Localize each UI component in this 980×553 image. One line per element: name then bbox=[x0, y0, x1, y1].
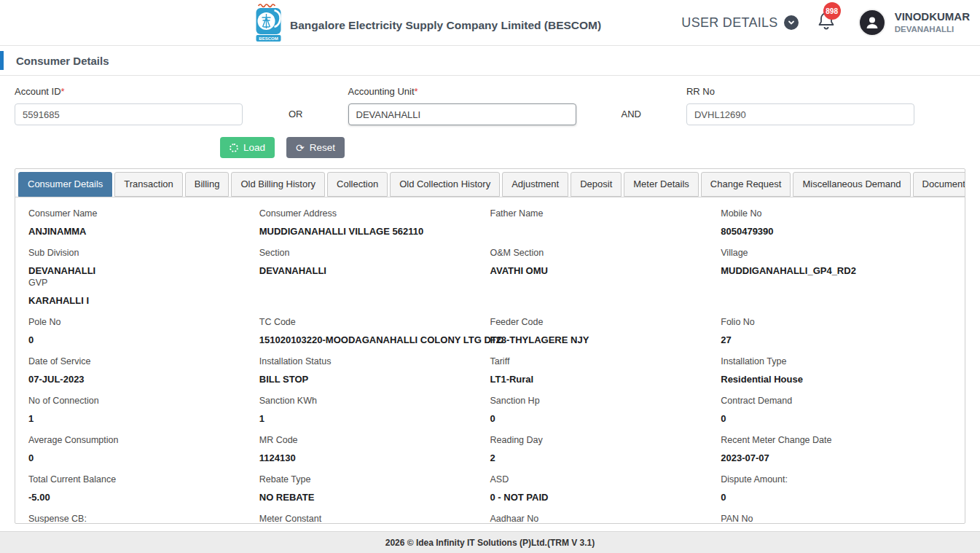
tab-meter-details[interactable]: Meter Details bbox=[624, 172, 699, 197]
tab-adjustment[interactable]: Adjustment bbox=[502, 172, 568, 197]
rr-no-label: RR No bbox=[686, 86, 914, 97]
user-location: DEVANAHALLI bbox=[895, 24, 970, 34]
field-label: Aadhaar No bbox=[490, 514, 714, 524]
notification-bell[interactable]: 898 bbox=[818, 11, 835, 34]
field-installation-type: Installation TypeResidential House bbox=[721, 347, 952, 386]
required-marker: * bbox=[415, 86, 418, 97]
tab-miscellaneous-demand[interactable]: Miscellaneous Demand bbox=[793, 172, 910, 197]
field-consumer-name: Consumer NameANJINAMMA bbox=[28, 199, 259, 238]
field-sanction-kwh: Sanction KWh1 bbox=[259, 386, 490, 425]
details-row: Average Consumption0MR Code1124130Readin… bbox=[28, 425, 952, 465]
field-label: Consumer Name bbox=[28, 208, 252, 219]
tab-deposit[interactable]: Deposit bbox=[571, 172, 622, 197]
tab-collection[interactable]: Collection bbox=[327, 172, 388, 197]
field-label: Average Consumption bbox=[28, 435, 252, 445]
field-no-of-connection: No of Connection1 bbox=[28, 386, 259, 425]
load-button[interactable]: Load bbox=[220, 137, 275, 158]
field-date-of-service: Date of Service07-JUL-2023 bbox=[28, 347, 259, 386]
field-value: AVATHI OMU bbox=[490, 265, 714, 276]
field-value: MUDDIGANAHALLI VILLAGE 562110 bbox=[259, 226, 483, 237]
tab-documents[interactable]: Documents bbox=[913, 172, 965, 197]
field-value: NO REBATE bbox=[259, 492, 483, 503]
details-grid: Consumer NameANJINAMMAConsumer AddressMU… bbox=[15, 197, 965, 524]
field-label: No of Connection bbox=[28, 396, 252, 406]
field-label: Total Current Balance bbox=[28, 474, 252, 485]
field-label: TC Code bbox=[259, 317, 483, 327]
details-row: Pole No0TC Code151020103220-MOODAGANAHAL… bbox=[28, 307, 952, 347]
logo-bescom-text: BESCOM bbox=[259, 36, 278, 41]
field-value: 1 bbox=[259, 413, 483, 424]
top-header: BESCOM Bangalore Electricity Supply Comp… bbox=[0, 0, 980, 45]
reset-button[interactable]: ⟳ Reset bbox=[286, 137, 345, 158]
accounting-unit-label: Accounting Unit* bbox=[348, 86, 576, 97]
field-value: 0 - NOT PAID bbox=[490, 492, 714, 503]
field-consumer-address: Consumer AddressMUDDIGANAHALLI VILLAGE 5… bbox=[259, 199, 490, 238]
field-asd: ASD0 - NOT PAID bbox=[490, 465, 721, 504]
field-label: Village bbox=[721, 248, 944, 258]
field-value: Residential House bbox=[721, 374, 944, 385]
user-name: VINODKUMAR bbox=[895, 10, 970, 24]
field-mobile-no: Mobile No8050479390 bbox=[721, 199, 952, 238]
field-value: 0 bbox=[28, 452, 252, 463]
field-label: Suspense CB: bbox=[28, 514, 252, 524]
field-rebate-type: Rebate TypeNO REBATE bbox=[259, 465, 490, 504]
field-value: ANJINAMMA bbox=[28, 226, 252, 237]
field-label: Rebate Type bbox=[259, 474, 483, 485]
field-label: Reading Day bbox=[490, 435, 714, 445]
tab-consumer-details[interactable]: Consumer Details bbox=[18, 172, 112, 197]
field-value: 07-JUL-2023 bbox=[28, 374, 252, 385]
field-label: Section bbox=[259, 248, 483, 258]
field-label: Sub Division bbox=[28, 248, 252, 258]
avatar[interactable] bbox=[858, 9, 886, 36]
field-total-current-balance: Total Current Balance-5.00 bbox=[28, 465, 259, 504]
notification-badge: 898 bbox=[823, 2, 841, 20]
field-value: MUDDIGANAHALLI_GP4_RD2 bbox=[721, 265, 944, 276]
required-marker: * bbox=[61, 86, 65, 97]
spinner-icon bbox=[230, 144, 238, 152]
field-sub-division: Sub DivisionDEVANAHALLIGVPKARAHALLI I bbox=[28, 238, 259, 307]
details-row: Date of Service07-JUL-2023Installation S… bbox=[28, 347, 952, 386]
rr-no-input[interactable] bbox=[686, 103, 914, 125]
field-label: PAN No bbox=[721, 514, 944, 524]
field-value: 2 bbox=[490, 452, 714, 463]
accounting-unit-input[interactable] bbox=[348, 103, 576, 125]
field-reading-day: Reading Day2 bbox=[490, 425, 721, 465]
field-value: -5.00 bbox=[28, 492, 252, 503]
tab-change-request[interactable]: Change Request bbox=[701, 172, 791, 197]
field-recent-meter-change-date: Recent Meter Change Date2023-07-07 bbox=[721, 425, 952, 465]
tabs: Consumer DetailsTransactionBillingOld Bi… bbox=[15, 169, 965, 197]
field-label: Sanction Hp bbox=[490, 396, 714, 406]
tab-billing[interactable]: Billing bbox=[185, 172, 230, 197]
field-value: 0 bbox=[721, 413, 944, 424]
field-subvalue: KARAHALLI I bbox=[28, 295, 252, 306]
field-average-consumption: Average Consumption0 bbox=[28, 425, 259, 465]
tab-old-billing-history[interactable]: Old Billing History bbox=[231, 172, 325, 197]
brand: BESCOM Bangalore Electricity Supply Comp… bbox=[254, 3, 601, 42]
tab-transaction[interactable]: Transaction bbox=[114, 172, 182, 197]
page-title: Consumer Details bbox=[16, 55, 109, 67]
account-id-label: Account ID* bbox=[15, 86, 243, 97]
field-value: LT1-Rural bbox=[490, 374, 714, 385]
field-label: Pole No bbox=[28, 317, 252, 327]
field-aadhaar-no: Aadhaar No bbox=[490, 504, 721, 524]
field-label: Feeder Code bbox=[490, 317, 714, 327]
user-details-dropdown[interactable]: USER DETAILS bbox=[681, 15, 798, 31]
field-label: Contract Demand bbox=[721, 396, 944, 406]
details-row: Suspense CB:Meter ConstantAadhaar NoPAN … bbox=[28, 504, 952, 524]
search-form: Account ID* OR Accounting Unit* AND RR N… bbox=[0, 76, 980, 158]
field-installation-status: Installation StatusBILL STOP bbox=[259, 347, 490, 386]
account-id-input[interactable] bbox=[15, 103, 243, 125]
field-label: ASD bbox=[490, 474, 714, 485]
or-label: OR bbox=[289, 109, 303, 119]
page-title-strip: Consumer Details bbox=[0, 45, 980, 76]
field-value: BILL STOP bbox=[259, 374, 483, 385]
field-pan-no: PAN No bbox=[721, 504, 952, 524]
details-row: Sub DivisionDEVANAHALLIGVPKARAHALLI ISec… bbox=[28, 238, 952, 307]
field-value: 1124130 bbox=[259, 452, 483, 463]
field-label: Meter Constant bbox=[259, 514, 483, 524]
field-value: 8050479390 bbox=[721, 226, 944, 237]
tab-old-collection-history[interactable]: Old Collection History bbox=[390, 172, 500, 197]
field-pole-no: Pole No0 bbox=[28, 307, 259, 347]
field-mr-code: MR Code1124130 bbox=[259, 425, 490, 465]
field-dispute-amount: Dispute Amount:0 bbox=[721, 465, 952, 504]
